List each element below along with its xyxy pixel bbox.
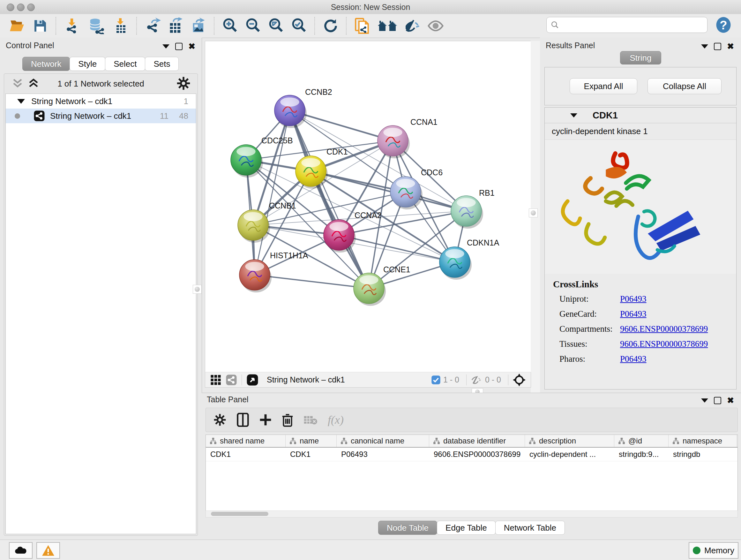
crosslink-value-link[interactable]: P06493 — [620, 354, 647, 364]
crosslink-value-link[interactable]: 9606.ENSP00000378699 — [620, 339, 708, 349]
detach-view-icon[interactable] — [246, 374, 259, 386]
node-CCNB1[interactable]: CCNB1 — [238, 201, 296, 243]
table-panel-float-icon[interactable] — [714, 397, 721, 404]
crosslink-value-link[interactable]: P06493 — [620, 309, 647, 319]
help-button[interactable]: ? — [715, 16, 732, 34]
hide-unhide-button[interactable] — [404, 17, 421, 34]
delete-table-button[interactable] — [304, 414, 318, 426]
tab-style[interactable]: Style — [70, 57, 105, 71]
search-input[interactable] — [559, 20, 707, 30]
birdseye-crosshair-icon[interactable] — [513, 374, 526, 386]
collection-expand-triangle-icon[interactable] — [17, 99, 25, 104]
node-RB1[interactable]: RB1 — [451, 188, 495, 229]
tab-network-table[interactable]: Network Table — [495, 521, 565, 535]
left-splitter-handle[interactable] — [193, 285, 202, 294]
node-table[interactable]: shared namenamecanonical namedatabase id… — [205, 435, 738, 511]
home-view-button[interactable] — [377, 17, 398, 34]
column-header-namespace[interactable]: namespace — [669, 435, 737, 447]
cell-name[interactable]: CDK1 — [286, 448, 337, 461]
network-from-clipboard-button[interactable] — [354, 17, 370, 34]
cell-shared-name[interactable]: CDK1 — [206, 448, 286, 461]
search-box[interactable] — [546, 17, 708, 33]
column-header-name[interactable]: name — [286, 435, 337, 447]
tab-network[interactable]: Network — [22, 57, 70, 71]
table-panel-menu-icon[interactable] — [701, 398, 708, 402]
table-panel-close-icon[interactable]: ✖ — [727, 396, 734, 405]
cloud-status-button[interactable] — [9, 542, 32, 559]
column-header-database-identifier[interactable]: database identifier — [429, 435, 525, 447]
cell-description[interactable]: cyclin-dependent ... — [525, 448, 614, 461]
control-panel-close-icon[interactable]: ✖ — [188, 42, 195, 51]
network-row-selected[interactable]: String Network – cdk1 11 48 — [6, 109, 196, 123]
edge-HIST1H1A-CCNE1[interactable] — [255, 275, 369, 288]
crosslink-value-link[interactable]: 9606.ENSP00000378699 — [620, 324, 708, 334]
cell-namespace[interactable]: stringdb — [669, 448, 737, 461]
zoom-in-button[interactable] — [222, 17, 239, 34]
hidden-eye-icon[interactable] — [471, 375, 482, 385]
crosslink-label: GeneCard: — [559, 309, 620, 319]
column-header-shared-name[interactable]: shared name — [206, 435, 286, 447]
tab-select[interactable]: Select — [105, 57, 145, 71]
selected-checkbox-icon[interactable] — [431, 375, 441, 385]
cell-database-identifier[interactable]: 9606.ENSP00000378699 — [429, 448, 525, 461]
results-panel-close-icon[interactable]: ✖ — [727, 42, 734, 51]
apply-layout-button[interactable] — [322, 17, 339, 34]
open-session-button[interactable] — [9, 17, 25, 34]
network-options-gear-icon[interactable] — [177, 76, 191, 90]
zoom-out-button[interactable] — [245, 17, 261, 34]
import-network-from-database-button[interactable] — [86, 17, 106, 34]
right-splitter-handle[interactable] — [529, 208, 538, 217]
grid-view-icon[interactable] — [210, 374, 221, 385]
protein-collapse-triangle-icon[interactable] — [570, 113, 577, 118]
export-network-button[interactable] — [144, 17, 161, 34]
tab-sets[interactable]: Sets — [145, 57, 179, 71]
expand-all-button[interactable]: Expand All — [569, 78, 637, 94]
network-view-share-icon[interactable] — [226, 374, 237, 386]
column-header-canonical-name[interactable]: canonical name — [337, 435, 429, 447]
delete-column-button[interactable] — [282, 413, 293, 427]
memory-button[interactable]: Memory — [689, 542, 738, 559]
show-columns-button[interactable] — [237, 413, 249, 427]
collapse-all-button[interactable]: Collapse All — [648, 78, 722, 94]
table-options-button[interactable] — [213, 414, 226, 426]
edge-CCNA2-CDKN1A[interactable] — [339, 235, 455, 262]
zoom-fit-button[interactable] — [268, 17, 284, 34]
edge-CDK1-RB1[interactable] — [311, 171, 466, 211]
tab-node-table[interactable]: Node Table — [378, 521, 437, 535]
node-CDK1[interactable]: CDK1 — [295, 147, 348, 189]
column-header-@id[interactable]: @id — [614, 435, 669, 447]
export-table-button[interactable] — [167, 17, 184, 34]
add-column-button[interactable] — [259, 413, 272, 427]
table-horizontal-scrollbar[interactable] — [205, 510, 738, 517]
string-network-graph[interactable]: CCNB2CCNA1CDC25BCDK1CDC6RB1CCNB1CCNA2CDK… — [205, 41, 530, 372]
export-image-button[interactable] — [190, 17, 207, 34]
cell-canonical-name[interactable]: P06493 — [337, 448, 429, 461]
tab-string[interactable]: String — [620, 51, 662, 64]
network-collection-row[interactable]: String Network – cdk1 1 — [6, 94, 196, 109]
control-panel-float-icon[interactable] — [175, 43, 183, 50]
node-CCNB2[interactable]: CCNB2 — [274, 87, 332, 128]
edge-CCNB2-CCNE1[interactable] — [290, 111, 369, 288]
cell-@id[interactable]: stringdb:9... — [614, 448, 669, 461]
tab-edge-table[interactable]: Edge Table — [437, 521, 495, 535]
node-CCNA1[interactable]: CCNA1 — [378, 118, 437, 159]
import-table-button[interactable] — [113, 17, 129, 34]
node-CDC25B[interactable]: CDC25B — [231, 136, 293, 178]
control-panel-menu-icon[interactable] — [162, 44, 170, 49]
scrollbar-thumb[interactable] — [211, 512, 268, 516]
save-session-button[interactable] — [32, 17, 49, 34]
function-builder-button[interactable]: f(x) — [328, 413, 344, 427]
results-panel-menu-icon[interactable] — [701, 44, 708, 49]
show-graphics-button[interactable] — [427, 17, 444, 34]
crosslink-value-link[interactable]: P06493 — [620, 294, 647, 304]
warnings-button[interactable] — [37, 542, 60, 559]
import-network-button[interactable] — [64, 17, 80, 34]
column-header-description[interactable]: description — [525, 435, 614, 447]
zoom-selected-button[interactable] — [291, 17, 307, 34]
edge-CCNB2-HIST1H1A[interactable] — [255, 111, 290, 275]
node-CDKN1A[interactable]: CDKN1A — [440, 238, 499, 280]
network-canvas[interactable]: CCNB2CCNA1CDC25BCDK1CDC6RB1CCNB1CCNA2CDK… — [205, 41, 531, 373]
node-HIST1H1A[interactable]: HIST1H1A — [239, 251, 308, 293]
results-panel-float-icon[interactable] — [714, 43, 721, 50]
node-CCNE1[interactable]: CCNE1 — [354, 265, 410, 306]
